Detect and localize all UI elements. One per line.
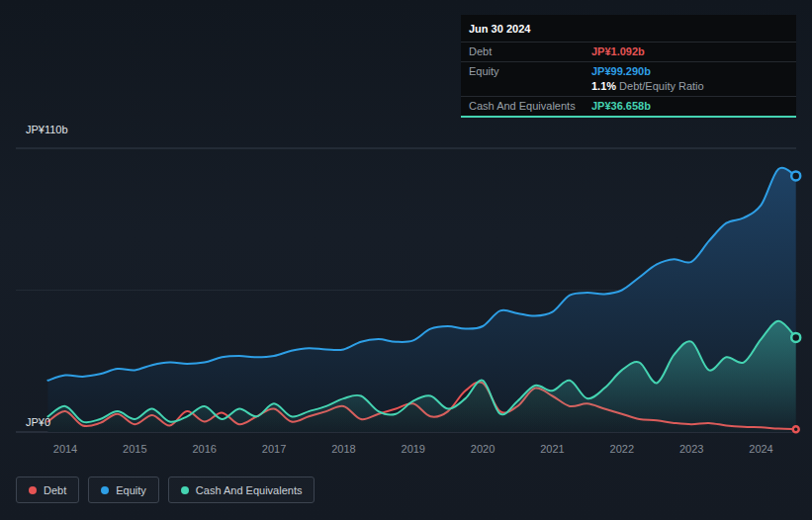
- tooltip-cash-label: Cash And Equivalents: [469, 99, 591, 114]
- tooltip-ratio-value: 1.1%: [591, 80, 616, 92]
- cash-dot-icon: [181, 486, 189, 494]
- tooltip-equity-label: Equity: [469, 64, 591, 79]
- legend-label-cash: Cash And Equivalents: [196, 484, 303, 496]
- x-axis-tick: 2019: [402, 443, 425, 455]
- tooltip-equity-value: JP¥99.290b: [591, 64, 788, 79]
- x-axis-tick: 2016: [192, 443, 216, 455]
- tooltip: Jun 30 2024 Debt JP¥1.092b Equity JP¥99.…: [461, 15, 796, 118]
- x-axis-tick: 2020: [471, 443, 495, 455]
- tooltip-cash-value: JP¥36.658b: [591, 99, 788, 114]
- y-axis-label-zero: JP¥0: [26, 416, 50, 428]
- legend-item-equity[interactable]: Equity: [88, 477, 159, 503]
- tooltip-ratio-text: Debt/Equity Ratio: [619, 80, 704, 92]
- equity-dot-icon: [101, 486, 109, 494]
- tooltip-equity-value-group: JP¥99.290b 1.1%Debt/Equity Ratio: [591, 64, 788, 94]
- legend-label-debt: Debt: [44, 484, 66, 496]
- tooltip-row-equity: Equity JP¥99.290b 1.1%Debt/Equity Ratio: [461, 61, 796, 96]
- x-axis-tick: 2018: [331, 443, 355, 455]
- tooltip-debt-value: JP¥1.092b: [591, 44, 788, 59]
- x-axis-tick: 2021: [540, 443, 564, 455]
- legend-item-debt[interactable]: Debt: [16, 477, 79, 503]
- x-axis-tick: 2017: [262, 443, 286, 455]
- cash-and-equivalents-endpoint-marker: [791, 333, 800, 342]
- legend-label-equity: Equity: [116, 484, 146, 496]
- x-axis-tick: 2015: [123, 443, 146, 455]
- tooltip-debt-equity-ratio: 1.1%Debt/Equity Ratio: [591, 79, 788, 94]
- x-axis-tick: 2024: [749, 443, 772, 455]
- tooltip-debt-label: Debt: [469, 44, 591, 59]
- x-axis-tick: 2023: [679, 443, 703, 455]
- legend: Debt Equity Cash And Equivalents: [16, 477, 315, 503]
- x-axis-tick: 2022: [610, 443, 634, 455]
- legend-item-cash[interactable]: Cash And Equivalents: [168, 477, 316, 503]
- x-axis: 2014201520162017201820192020202120222023…: [0, 443, 812, 459]
- y-axis-label-top: JP¥110b: [26, 124, 68, 135]
- tooltip-date: Jun 30 2024: [461, 15, 796, 42]
- debt-dot-icon: [29, 486, 37, 494]
- tooltip-row-debt: Debt JP¥1.092b: [461, 42, 796, 61]
- debt-endpoint-marker: [793, 426, 799, 432]
- equity-endpoint-marker: [791, 171, 800, 180]
- x-axis-tick: 2014: [53, 443, 77, 455]
- tooltip-row-cash: Cash And Equivalents JP¥36.658b: [461, 96, 796, 116]
